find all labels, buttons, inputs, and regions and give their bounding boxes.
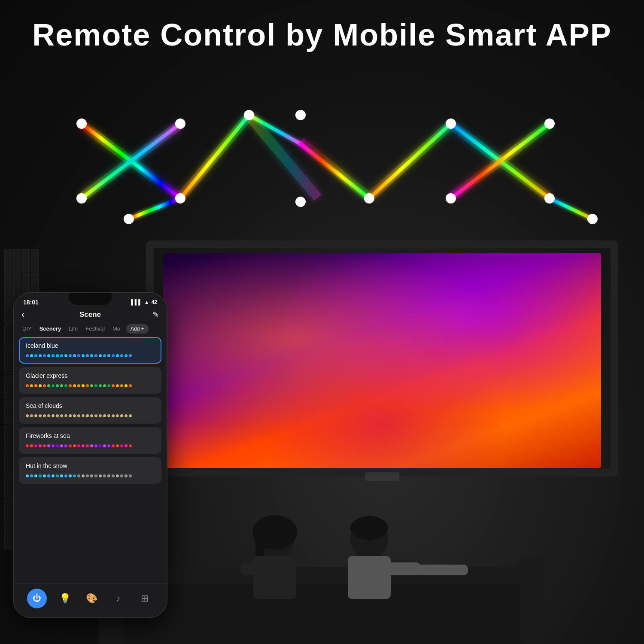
svg-rect-37 — [519, 558, 545, 644]
scene-dots-glacier-express — [26, 383, 155, 389]
tv-screen — [163, 253, 601, 468]
back-button[interactable]: ‹ — [21, 309, 34, 320]
scene-title: Scene — [34, 310, 146, 319]
scene-item-iceland-blue[interactable]: Iceland blue — [19, 337, 161, 364]
scene-dots-iceland-blue — [26, 352, 155, 358]
scene-dots-fireworks-at-sea — [26, 443, 155, 449]
scene-name-fireworks-at-sea: Fireworks at sea — [26, 432, 155, 439]
tab-life[interactable]: Life — [66, 324, 80, 334]
phone: 18:01 ▌▌▌ ▲ 42 ‹ Scene ✎ DIY Scenery Lif… — [13, 292, 167, 618]
svg-point-44 — [350, 516, 388, 540]
svg-point-23 — [175, 193, 185, 204]
tab-festival[interactable]: Festival — [83, 324, 107, 334]
scene-dots-sea-of-clouds — [26, 413, 155, 419]
led-light-bars — [52, 73, 618, 258]
svg-rect-42 — [240, 562, 258, 575]
signal-icon: ▌▌▌ — [131, 299, 142, 305]
palette-icon: 🎨 — [86, 593, 97, 604]
svg-rect-45 — [348, 556, 391, 599]
grid-nav-button[interactable]: ⊞ — [136, 590, 153, 607]
music-nav-button[interactable]: ♪ — [109, 590, 127, 607]
phone-notch — [69, 293, 112, 305]
scene-dots-hut-in-the-snow — [26, 473, 155, 479]
grid-icon: ⊞ — [141, 593, 149, 604]
svg-point-31 — [544, 193, 555, 204]
tab-add[interactable]: Add + — [126, 324, 149, 334]
svg-point-30 — [544, 118, 555, 129]
svg-point-25 — [295, 110, 306, 120]
tab-mo[interactable]: Mo — [110, 324, 123, 334]
svg-rect-41 — [253, 556, 296, 599]
svg-point-27 — [364, 193, 374, 204]
scene-item-fireworks-at-sea[interactable]: Fireworks at sea — [19, 427, 161, 454]
svg-point-32 — [124, 214, 134, 224]
tab-scenery[interactable]: Scenery — [37, 324, 64, 334]
scene-name-hut-in-the-snow: Hut in the snow — [26, 462, 155, 469]
color-nav-button[interactable]: 🎨 — [83, 590, 100, 607]
page-title: Remote Control by Mobile Smart APP — [0, 17, 644, 52]
svg-line-15 — [369, 124, 451, 198]
svg-point-21 — [76, 193, 87, 204]
svg-rect-35 — [107, 584, 537, 644]
svg-point-26 — [295, 197, 306, 207]
status-time: 18:01 — [23, 299, 39, 306]
phone-screen: 18:01 ▌▌▌ ▲ 42 ‹ Scene ✎ DIY Scenery Lif… — [14, 293, 167, 617]
svg-point-24 — [244, 110, 254, 120]
bottom-navigation: ⏻ 💡 🎨 ♪ ⊞ — [14, 583, 167, 617]
scene-name-glacier-express: Glacier express — [26, 372, 155, 379]
svg-point-20 — [76, 118, 87, 129]
svg-point-29 — [446, 193, 456, 204]
svg-point-28 — [446, 118, 456, 129]
scene-name-iceland-blue: Iceland blue — [26, 342, 155, 349]
svg-line-11 — [180, 115, 249, 198]
scene-name-sea-of-clouds: Sea of clouds — [26, 402, 155, 409]
svg-rect-46 — [386, 562, 421, 575]
scene-tabs: DIY Scenery Life Festival Mo Add + — [14, 324, 167, 337]
power-button[interactable]: ⏻ — [27, 589, 47, 608]
tv-screen-content — [163, 253, 601, 468]
svg-point-33 — [587, 214, 598, 224]
scene-list: Iceland blue — [14, 337, 167, 484]
television — [146, 240, 618, 477]
scene-item-hut-in-the-snow[interactable]: Hut in the snow — [19, 457, 161, 484]
bulb-icon: 💡 — [59, 593, 71, 604]
music-icon: ♪ — [116, 593, 121, 604]
status-icons: ▌▌▌ ▲ 42 — [131, 299, 157, 305]
app-header: ‹ Scene ✎ — [14, 307, 167, 324]
power-icon: ⏻ — [33, 593, 41, 603]
wifi-icon: ▲ — [144, 299, 149, 305]
tab-diy[interactable]: DIY — [20, 324, 34, 334]
light-nav-button[interactable]: 💡 — [56, 590, 73, 607]
svg-rect-47 — [416, 565, 468, 575]
scene-item-sea-of-clouds[interactable]: Sea of clouds — [19, 397, 161, 424]
svg-point-22 — [175, 118, 185, 129]
svg-line-18 — [129, 198, 180, 219]
svg-line-3 — [249, 116, 318, 197]
edit-button[interactable]: ✎ — [146, 310, 159, 319]
svg-line-19 — [550, 198, 592, 219]
scene-item-glacier-express[interactable]: Glacier express — [19, 367, 161, 394]
battery-icon: 42 — [152, 299, 157, 305]
